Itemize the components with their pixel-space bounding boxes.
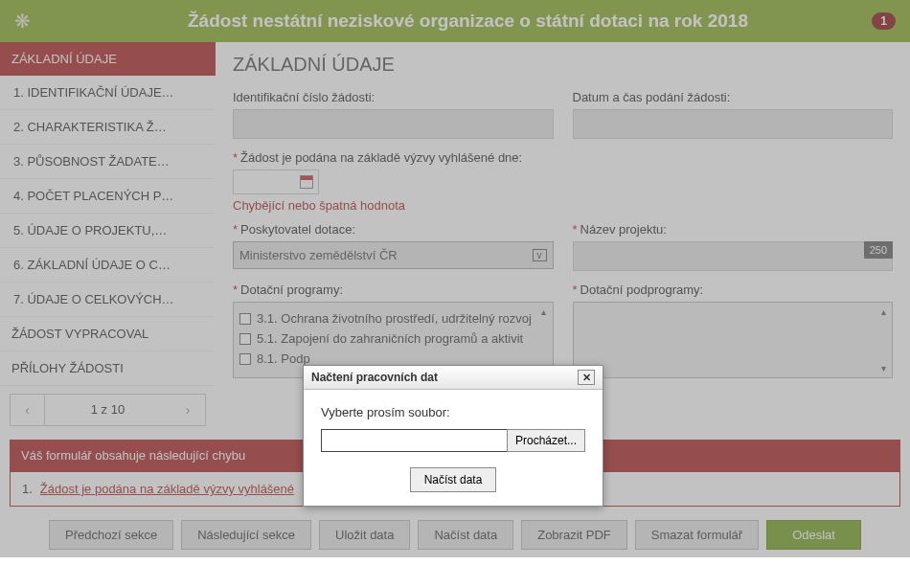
modal-close-button[interactable]: ✕	[578, 370, 595, 385]
load-button[interactable]: Načíst data	[418, 520, 513, 550]
programy-label: *Dotační programy:	[233, 283, 554, 297]
vyzva-error-text: Chybějící nebo špatná hodnota	[233, 198, 893, 213]
pager-prev-button[interactable]: ‹	[11, 395, 45, 425]
poskytovatel-select[interactable]: Ministerstvo zemědělství ČR v	[233, 241, 554, 269]
vyzva-label: *Žádost je podána na základě výzvy vyhlá…	[233, 150, 893, 165]
program-option-2[interactable]: 5.1. Zapojení do zahraničních programů a…	[239, 328, 547, 349]
char-counter: 250	[864, 241, 893, 259]
sidebar-header: ZÁKLADNÍ ÚDAJE	[0, 42, 216, 76]
file-prompt-label: Vyberte prosím soubor:	[321, 405, 585, 419]
app-header: ❋ Žádost nestátní neziskové organizace o…	[0, 0, 910, 42]
section-pager: ‹ 1 z 10 ›	[10, 394, 206, 426]
error-number: 1.	[22, 482, 33, 496]
submit-date-label: Datum a čas podání žádosti:	[573, 90, 894, 104]
browse-button[interactable]: Procházet...	[507, 429, 585, 452]
sidebar-item-7[interactable]: 7. ÚDAJE O CELKOVÝCH…	[0, 283, 216, 317]
program-option-1[interactable]: 3.1. Ochrana životního prostředí, udržit…	[239, 308, 547, 328]
checkbox-icon[interactable]	[239, 333, 251, 345]
submit-button[interactable]: Odeslat	[766, 520, 861, 550]
vyzva-date-input[interactable]	[233, 170, 319, 194]
podprogramy-listbox[interactable]: ▴▾	[573, 302, 894, 378]
clear-button[interactable]: Smazat formulář	[635, 520, 759, 550]
poskytovatel-value: Ministerstvo zemědělství ČR	[239, 248, 398, 262]
load-data-modal: Načtení pracovních dat ✕ Vyberte prosím …	[303, 365, 603, 507]
id-input[interactable]	[233, 109, 554, 139]
submit-date-input[interactable]	[573, 109, 894, 139]
chevron-down-icon: v	[533, 249, 547, 261]
app-title: Žádost nestátní neziskové organizace o s…	[40, 11, 896, 32]
error-link[interactable]: Žádost je podána na základě výzvy vyhláš…	[40, 482, 294, 496]
podprogramy-label: *Dotační podprogramy:	[573, 283, 894, 297]
sidebar-item-1[interactable]: 1. IDENTIFIKAČNÍ ÚDAJE…	[0, 76, 216, 110]
load-data-button[interactable]: Načíst data	[410, 467, 497, 492]
footer-toolbar: Předchozí sekce Následující sekce Uložit…	[0, 512, 910, 557]
nazev-label: *Název projektu:	[573, 222, 894, 237]
scrollbar[interactable]: ▴▾	[537, 306, 551, 373]
page-title: ZÁKLADNÍ ÚDAJE	[233, 54, 893, 76]
scrollbar[interactable]: ▴▾	[876, 306, 890, 373]
sidebar-section-prilohy[interactable]: PŘÍLOHY ŽÁDOSTI	[0, 351, 216, 386]
sidebar-item-6[interactable]: 6. ZÁKLADNÍ ÚDAJE O C…	[0, 248, 216, 283]
logo-icon: ❋	[14, 10, 31, 33]
sidebar-item-3[interactable]: 3. PŮSOBNOST ŽADATE…	[0, 145, 216, 179]
error-count-badge[interactable]: 1	[872, 12, 896, 30]
save-button[interactable]: Uložit data	[319, 520, 410, 550]
modal-titlebar[interactable]: Načtení pracovních dat ✕	[304, 366, 603, 390]
sidebar: ZÁKLADNÍ ÚDAJE 1. IDENTIFIKAČNÍ ÚDAJE… 2…	[0, 42, 216, 434]
next-section-button[interactable]: Následující sekce	[181, 520, 311, 550]
file-path-input[interactable]	[321, 429, 508, 452]
prev-section-button[interactable]: Předchozí sekce	[49, 520, 173, 550]
sidebar-item-4[interactable]: 4. POČET PLACENÝCH P…	[0, 179, 216, 214]
modal-title: Načtení pracovních dat	[311, 371, 438, 384]
show-pdf-button[interactable]: Zobrazit PDF	[521, 520, 627, 550]
sidebar-item-5[interactable]: 5. ÚDAJE O PROJEKTU,…	[0, 214, 216, 248]
pager-label: 1 z 10	[45, 395, 171, 425]
nazev-input[interactable]	[573, 241, 894, 271]
sidebar-section-vypracoval[interactable]: ŽÁDOST VYPRACOVAL	[0, 317, 216, 351]
pager-next-button[interactable]: ›	[171, 395, 205, 425]
checkbox-icon[interactable]	[239, 313, 251, 325]
sidebar-item-2[interactable]: 2. CHARAKTERISTIKA Ž…	[0, 110, 216, 145]
id-label: Identifikační číslo žádosti:	[233, 90, 554, 104]
checkbox-icon[interactable]	[239, 353, 251, 365]
calendar-icon	[300, 175, 313, 189]
poskytovatel-label: *Poskytovatel dotace:	[233, 222, 554, 237]
